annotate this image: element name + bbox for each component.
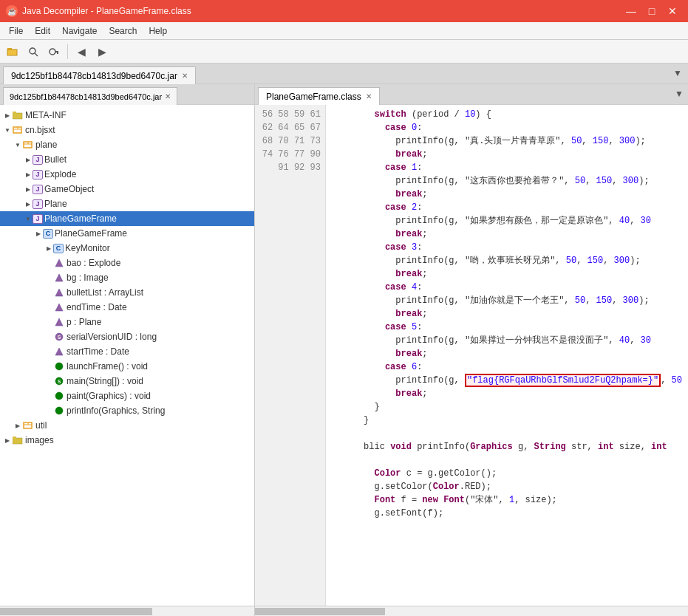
tree-item[interactable]: ▶JGameObject <box>0 182 254 196</box>
tree-item-icon <box>53 360 65 372</box>
code-tab-bar: PlaneGameFrame.class ✕ ▼ <box>255 84 688 105</box>
tree-item-label: META-INF <box>25 110 67 120</box>
tree-item-icon <box>22 139 34 151</box>
tree-item[interactable]: ▶images <box>0 433 254 448</box>
tree-item[interactable]: bg : Image <box>0 270 254 285</box>
tree-item[interactable]: ▶CKeyMonitor <box>0 241 254 256</box>
toolbar-search[interactable] <box>24 42 43 61</box>
tree-toggle-icon[interactable]: ▶ <box>24 171 33 178</box>
tree-toggle-icon[interactable]: ▶ <box>24 157 33 163</box>
tree-item-label: startTime : Date <box>67 346 129 357</box>
sidebar-tab-label: 9dc125bf1b84478cb14813d9bed6470c.jar <box>10 92 162 101</box>
svg-text:S: S <box>58 335 61 340</box>
menu-file[interactable]: File <box>3 23 29 39</box>
tree-item[interactable]: ▶JExplode <box>0 167 254 182</box>
tab-dropdown[interactable]: ▼ <box>670 63 685 83</box>
svg-marker-22 <box>55 348 63 355</box>
svg-line-3 <box>35 53 38 56</box>
svg-rect-31 <box>13 438 22 444</box>
tree-toggle-icon[interactable]: ▼ <box>13 142 22 148</box>
close-button[interactable]: ✕ <box>663 4 682 18</box>
tree-item[interactable]: bao : Explode <box>0 256 254 270</box>
tree-item[interactable]: ▶JBullet <box>0 152 254 167</box>
svg-marker-19 <box>55 318 63 326</box>
tree-item-icon: J <box>33 170 43 179</box>
svg-point-27 <box>55 407 63 414</box>
code-lines: switch (period / 10) { case 0: printInfo… <box>326 105 688 606</box>
tree-toggle-icon[interactable]: ▶ <box>3 437 12 444</box>
code-hscroll[interactable] <box>255 606 688 616</box>
minimize-button[interactable]: — <box>621 4 641 18</box>
tree-item-icon <box>53 287 65 298</box>
tree-item[interactable]: ▼JPlaneGameFrame <box>0 211 254 226</box>
tree-item-icon: J <box>33 214 43 224</box>
tree-item-label: printInfo(Graphics, String <box>67 405 165 416</box>
menu-search[interactable]: Search <box>103 23 143 39</box>
code-tab-close[interactable]: ✕ <box>366 92 372 100</box>
tree-item[interactable]: printInfo(Graphics, String <box>0 403 254 418</box>
tree-item-label: serialVersionUID : long <box>67 332 157 342</box>
tree-toggle-icon[interactable]: ▼ <box>24 216 33 222</box>
file-tab-close[interactable]: ✕ <box>182 72 188 80</box>
tree-item-icon <box>22 420 34 431</box>
sidebar-hscroll[interactable] <box>0 606 254 616</box>
tree-item[interactable]: paint(Graphics) : void <box>0 389 254 403</box>
tree-toggle-icon[interactable]: ▶ <box>44 245 53 252</box>
toolbar-open[interactable] <box>3 42 22 61</box>
sidebar-tab-bar: 9dc125bf1b84478cb14813d9bed6470c.jar ✕ <box>0 84 254 105</box>
tree-item[interactable]: ▶CPlaneGameFrame <box>0 226 254 241</box>
code-tab-dropdown[interactable]: ▼ <box>670 84 688 104</box>
code-tab-label: PlaneGameFrame.class <box>266 92 361 102</box>
tree-toggle-icon[interactable]: ▶ <box>24 201 33 208</box>
tree-toggle-icon[interactable]: ▼ <box>3 127 12 134</box>
tree-item-icon: S <box>53 375 65 387</box>
tree-item[interactable]: bulletList : ArrayList <box>0 285 254 300</box>
tree-item-label: cn.bjsxt <box>25 125 55 135</box>
svg-rect-7 <box>13 113 22 119</box>
tree-item[interactable]: launchFrame() : void <box>0 359 254 374</box>
tree-item-icon <box>12 434 24 446</box>
toolbar-back[interactable]: ◀ <box>72 42 91 61</box>
menu-help[interactable]: Help <box>143 23 173 39</box>
toolbar-sep-1 <box>67 44 68 59</box>
file-tab-bar: 9dc125bf1b84478cb14813d9bed6470c.jar ✕ ▼ <box>0 64 688 84</box>
svg-rect-6 <box>57 52 58 54</box>
tree-toggle-icon[interactable]: ▶ <box>34 230 43 237</box>
tree-item[interactable]: ▶JPlane <box>0 196 254 211</box>
menu-navigate[interactable]: Navigate <box>56 23 103 39</box>
sidebar-tree[interactable]: ▶META-INF ▼cn.bjsxt ▼plane ▶JBullet ▶JEx… <box>0 105 254 606</box>
tree-item[interactable]: ▼plane <box>0 137 254 152</box>
svg-rect-8 <box>13 112 16 114</box>
tree-item[interactable]: startTime : Date <box>0 344 254 359</box>
sidebar-tab[interactable]: 9dc125bf1b84478cb14813d9bed6470c.jar ✕ <box>3 87 177 105</box>
sidebar-tab-close[interactable]: ✕ <box>165 92 171 100</box>
tree-item-icon <box>53 346 65 357</box>
tree-item-label: GameObject <box>44 184 94 194</box>
maximize-button[interactable]: □ <box>642 4 661 18</box>
tree-toggle-icon[interactable]: ▶ <box>3 112 12 119</box>
code-content[interactable]: 56 58 59 61 62 64 65 67 68 70 71 73 74 7… <box>255 105 688 606</box>
menu-edit[interactable]: Edit <box>29 23 56 39</box>
svg-point-23 <box>55 363 63 370</box>
tree-item-icon: J <box>33 185 43 194</box>
tree-item[interactable]: p : Plane <box>0 315 254 329</box>
tree-toggle-icon[interactable]: ▶ <box>13 422 22 429</box>
tree-item-icon: J <box>33 199 43 209</box>
toolbar-key[interactable] <box>44 42 64 61</box>
tree-item[interactable]: ▶util <box>0 418 254 433</box>
tree-item[interactable]: Smain(String[]) : void <box>0 374 254 389</box>
tree-item[interactable]: ▶META-INF <box>0 108 254 123</box>
tree-toggle-icon[interactable]: ▶ <box>24 186 33 193</box>
tree-item-label: KeyMonitor <box>65 243 110 253</box>
tree-item[interactable]: SserialVersionUID : long <box>0 329 254 344</box>
toolbar: ◀ ▶ <box>0 40 688 64</box>
tree-item[interactable]: ▼cn.bjsxt <box>0 123 254 137</box>
window-title: Java Decompiler - PlaneGameFrame.class <box>22 6 191 16</box>
svg-point-26 <box>55 392 63 400</box>
svg-point-2 <box>30 48 35 54</box>
tree-item[interactable]: endTime : Date <box>0 300 254 315</box>
code-tab[interactable]: PlaneGameFrame.class ✕ <box>258 87 380 105</box>
svg-rect-32 <box>13 437 16 439</box>
toolbar-forward[interactable]: ▶ <box>92 42 112 61</box>
file-tab[interactable]: 9dc125bf1b84478cb14813d9bed6470c.jar ✕ <box>3 66 196 84</box>
